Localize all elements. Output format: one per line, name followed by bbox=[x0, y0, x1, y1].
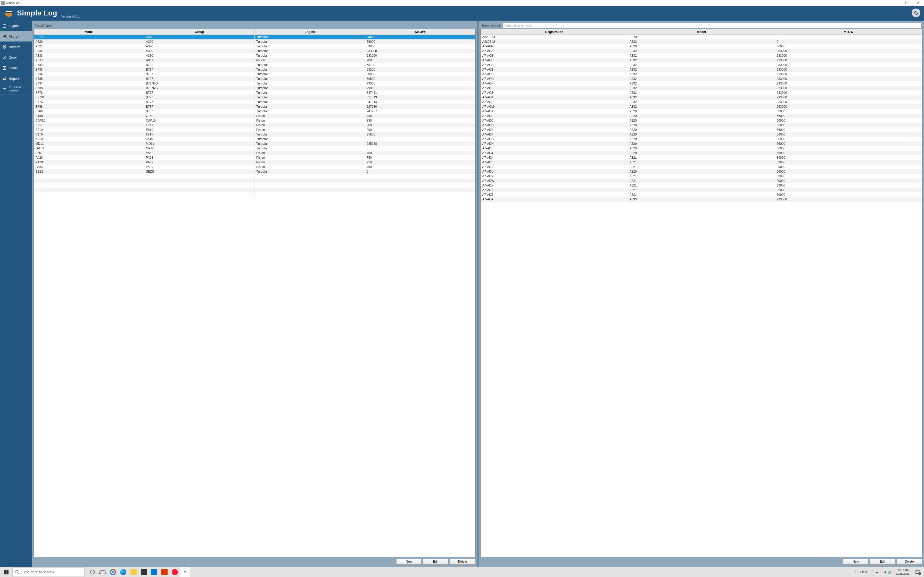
onedrive-icon[interactable]: ☁ bbox=[875, 570, 878, 574]
delete-button[interactable]: Delete bbox=[897, 559, 922, 565]
col-group[interactable]: Group bbox=[144, 29, 255, 35]
table-row[interactable]: A7-ADAA32066000 bbox=[481, 109, 922, 114]
table-row[interactable]: B77XB777Turbofan347814 bbox=[34, 100, 475, 104]
edge-icon[interactable] bbox=[118, 567, 128, 577]
search-input[interactable] bbox=[503, 23, 921, 28]
sidebar-item-reports[interactable]: Reports bbox=[0, 73, 32, 84]
table-row[interactable]: A7-ACAA332233000 bbox=[481, 49, 922, 53]
delete-button[interactable]: Delete bbox=[450, 559, 475, 565]
table-row[interactable]: A7-ADTA32189000 bbox=[481, 164, 922, 169]
wifi-icon[interactable]: ◈ bbox=[884, 570, 886, 574]
table-row[interactable]: A7-ACLA332233000 bbox=[481, 100, 922, 104]
table-row[interactable]: A321A320Turbofan89000 bbox=[34, 44, 475, 49]
table-row[interactable]: A7-ADSA32189000 bbox=[481, 160, 922, 164]
table-row[interactable]: B788B787Turbofan227930 bbox=[34, 104, 475, 109]
minimize-button[interactable]: ─ bbox=[888, 0, 900, 6]
col-model[interactable]: Model bbox=[628, 29, 775, 35]
edit-button[interactable]: Edit bbox=[423, 559, 448, 565]
sidebar-item-import-export[interactable]: Import & Export bbox=[0, 84, 32, 95]
table-row[interactable]: A7-ADJA32066000 bbox=[481, 151, 922, 155]
aircraft-types-scroll[interactable]: Model Group Engine MTOW A319A320Turbofan… bbox=[34, 29, 475, 557]
close-button[interactable]: ✕ bbox=[912, 0, 924, 6]
mail-icon[interactable] bbox=[149, 567, 159, 577]
table-row[interactable]: B734B737Turbofan68000 bbox=[34, 72, 475, 76]
table-row[interactable]: A7-ADDA32066000 bbox=[481, 123, 922, 127]
chrome-icon[interactable] bbox=[108, 567, 118, 577]
battery-icon[interactable]: ▭ bbox=[880, 570, 882, 574]
table-row[interactable]: B733B737Turbofan63200 bbox=[34, 67, 475, 72]
volume-icon[interactable]: 🔊 bbox=[888, 570, 892, 574]
table-row[interactable]: AB11AB11Piston700 bbox=[34, 58, 475, 63]
settings-button[interactable] bbox=[912, 8, 921, 17]
edit-button[interactable]: Edit bbox=[870, 559, 895, 565]
table-row[interactable]: A7-ADIA32066000 bbox=[481, 146, 922, 151]
table-row[interactable]: A7-ADGA32066000 bbox=[481, 137, 922, 142]
table-row[interactable]: A7-ACHA332233000 bbox=[481, 81, 922, 86]
maximize-button[interactable]: ◻ bbox=[900, 0, 912, 6]
table-row[interactable]: A7-ADUA32066000 bbox=[481, 169, 922, 174]
office-icon[interactable] bbox=[159, 567, 170, 577]
table-row[interactable]: A7-ADEA32066000 bbox=[481, 127, 922, 132]
table-row[interactable]: A7-ACDA332233000 bbox=[481, 63, 922, 67]
table-row[interactable]: A7-ADYA32189000 bbox=[481, 188, 922, 192]
table-row[interactable]: A7-ADFA32066000 bbox=[481, 132, 922, 137]
table-row[interactable]: PA29PA29Piston750 bbox=[34, 160, 475, 164]
col-mtow[interactable]: MTOW bbox=[775, 29, 922, 35]
table-row[interactable]: A7-ACGA332233000 bbox=[481, 76, 922, 81]
new-button[interactable]: New bbox=[843, 559, 868, 565]
table-row[interactable]: E711E711Piston900 bbox=[34, 123, 475, 127]
table-row[interactable]: A7-ADCA32066000 bbox=[481, 118, 922, 123]
file-explorer-icon[interactable] bbox=[128, 567, 139, 577]
table-row[interactable]: B735B737Turbofan60500 bbox=[34, 76, 475, 81]
col-engine[interactable]: Engine bbox=[255, 29, 365, 35]
table-row[interactable]: MD11MD11Turbofan285988 bbox=[34, 142, 475, 146]
sidebar-item-airports[interactable]: Airports bbox=[0, 42, 32, 52]
sidebar-item-totals[interactable]: Totals bbox=[0, 63, 32, 73]
table-row[interactable]: A333A330Turbofan233000 bbox=[34, 53, 475, 58]
table-row[interactable]: E810E810Piston900 bbox=[34, 127, 475, 132]
table-row[interactable]: PA34PA34Piston750 bbox=[34, 164, 475, 169]
table-row[interactable]: A7-ABRA32066000 bbox=[481, 44, 922, 49]
table-row[interactable]: A7-ACFA332233000 bbox=[481, 72, 922, 76]
table-row[interactable]: KSIMKSIMTurbofan0 bbox=[34, 137, 475, 142]
table-row[interactable]: A319A320Turbofan64000 bbox=[34, 35, 475, 40]
sidebar-item-flights[interactable]: Flights bbox=[0, 21, 32, 31]
new-button[interactable]: New bbox=[396, 559, 422, 565]
table-row[interactable]: A7-ADXA32189000 bbox=[481, 183, 922, 188]
tray-icons[interactable]: ˄ ☁ ▭ ◈ 🔊 bbox=[872, 570, 892, 574]
table-row[interactable]: A7-ACKA332233000 bbox=[481, 95, 922, 100]
aircraft-list-scroll[interactable]: Registration Model MTOW A320SIMA3200A330… bbox=[481, 29, 922, 557]
table-row[interactable]: A7-AEAA333233000 bbox=[481, 197, 922, 202]
taskbar-clock[interactable]: 10:17 PM 10/28/2021 bbox=[895, 569, 909, 575]
table-row[interactable]: A7-ACIA332233000 bbox=[481, 86, 922, 90]
table-row[interactable]: A7-ACBA332233000 bbox=[481, 53, 922, 58]
table-row[interactable]: PA28PA28Piston750 bbox=[34, 155, 475, 160]
table-row[interactable]: F2THF2THTurbofan35800 bbox=[34, 132, 475, 137]
taskbar-search[interactable]: Type here to search bbox=[12, 567, 84, 577]
start-button[interactable] bbox=[0, 567, 12, 577]
table-row[interactable]: P56P56Piston750 bbox=[34, 151, 475, 155]
weather-widget[interactable]: 82°F Clear bbox=[846, 570, 867, 574]
sidebar-item-aircraft[interactable]: Aircraft bbox=[0, 31, 32, 42]
table-row[interactable]: A7-ADZA32189000 bbox=[481, 192, 922, 197]
table-row[interactable]: B789B787Turbofan247207 bbox=[34, 109, 475, 114]
table-row[interactable]: A330SIMA3320 bbox=[481, 39, 922, 44]
table-row[interactable]: A7-ACEA332233000 bbox=[481, 67, 922, 72]
notifications-button[interactable]: 3 bbox=[913, 567, 922, 577]
table-row[interactable]: A7-ADBA32066000 bbox=[481, 114, 922, 118]
table-row[interactable]: A7-ADKA32189000 bbox=[481, 155, 922, 160]
table-row[interactable]: B77LB777Turbofan347451 bbox=[34, 90, 475, 95]
table-row[interactable]: B77WB777Turbofan351543 bbox=[34, 95, 475, 100]
table-row[interactable]: B732B732Turbofan58700 bbox=[34, 63, 475, 67]
table-row[interactable]: B738B737NGTurbofan79000 bbox=[34, 86, 475, 90]
table-row[interactable]: A7-ACMA332233000 bbox=[481, 104, 922, 109]
table-row[interactable]: A7-ADHA32066000 bbox=[481, 142, 922, 146]
table-row[interactable]: SEZSSEZSTurbofan0 bbox=[34, 169, 475, 174]
table-row[interactable]: A320A320Turbofan66000 bbox=[34, 39, 475, 44]
chevron-up-icon[interactable]: ˄ bbox=[872, 570, 874, 574]
table-row[interactable]: A7-ADWA32189000 bbox=[481, 179, 922, 183]
table-row[interactable]: A7-ACJA332233000 bbox=[481, 90, 922, 95]
cortana-icon[interactable] bbox=[87, 567, 97, 577]
table-row[interactable]: A7-ACCA332233000 bbox=[481, 58, 922, 63]
col-mtow[interactable]: MTOW bbox=[365, 29, 475, 35]
